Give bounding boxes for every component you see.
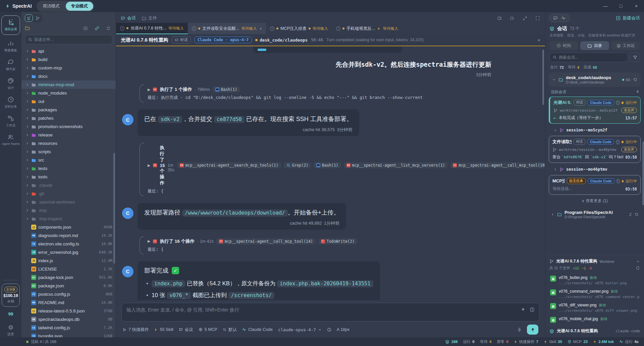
close-button[interactable]: × [629, 0, 644, 12]
tree-folder-row[interactable]: build [21, 55, 116, 64]
chat-tab-4[interactable]: !手机端视觉反...等待输入 [332, 23, 402, 34]
tab-files[interactable]: 文件 [142, 15, 157, 21]
tree-file-row[interactable]: {}components.json494B [21, 223, 116, 231]
tree-file-row[interactable]: IMerror_screenshot.jpg648.1K [21, 248, 116, 256]
tab-session[interactable]: 会话 [121, 15, 136, 21]
plan-card[interactable]: 企业版 $100.19 余额 [2, 284, 20, 307]
layout-dropdown-icon[interactable] [508, 14, 516, 22]
engine-chip[interactable]: Claude Code · opus-4-7 [194, 37, 252, 43]
tree-folder-row[interactable]: tools [21, 173, 116, 181]
tree-folder-row[interactable]: release [21, 131, 116, 139]
tree-folder-row[interactable]: promotion-screenshots [21, 122, 116, 131]
tree-folder-row[interactable]: tests [21, 164, 116, 173]
project-group-2[interactable]: Program Files/SpectrAID:\Program Files\S… [549, 207, 641, 222]
toolbar-sort[interactable]: 默认 [223, 327, 237, 333]
branch-view-icon[interactable] [34, 14, 42, 22]
rail-item-tree[interactable]: 项目会话 [1, 15, 20, 35]
collapse-chevron-icon[interactable] [636, 260, 640, 264]
tree-folder-row[interactable]: minimax-mcp-mod [21, 80, 116, 89]
tree-file-row[interactable]: NJpackage-lock.json931.0K [21, 273, 116, 282]
sparkle-icon[interactable] [521, 307, 526, 312]
activity-icon[interactable] [561, 16, 566, 20]
tree-file-row[interactable]: TCtsconfig.json126B [21, 332, 116, 337]
message-input[interactable] [126, 307, 517, 312]
maximize-button[interactable]: □ [613, 0, 629, 12]
tree-folder-row[interactable]: .tmp [21, 206, 116, 215]
chat-tab-1[interactable]: !光谱AI 0.7.6 特性...等待输入 [116, 23, 188, 34]
worktree-file-item[interactable]: ▣v076_mobile_chat.jpg新增 [549, 314, 640, 325]
toolbar-bolt[interactable]: 55 Skill [154, 327, 173, 332]
file-tree-scrollbar[interactable] [113, 153, 115, 264]
tree-file-row[interactable]: JSindex.js12.4M [21, 256, 116, 265]
tool-chip[interactable]: mcp__spectrai-agent__search_mcp_tools(1) [177, 162, 281, 168]
rail-item-chart[interactable]: 数据看板 [1, 37, 20, 56]
settings-button[interactable]: ⚙ 设置 [7, 324, 14, 337]
tree-folder-row[interactable]: .spectrai-worktrees [21, 198, 116, 206]
session-branch-item[interactable]: session--mo5cyn2f [549, 126, 641, 136]
tool-summary-row[interactable]: ▶执行了 16 个操作· 1m 42smcp__spectrai-agent__… [148, 238, 357, 244]
mode-button-simple[interactable]: 简洁模式 [38, 2, 65, 11]
tree-folder-row[interactable]: docs [21, 72, 116, 80]
worktree-file-item[interactable]: ▣v076_butler.png新增.../screenshots/ v076_… [549, 273, 640, 287]
minimize-button[interactable]: — [598, 0, 613, 12]
tool-chip[interactable]: mcp__spectrai-agent__call_mcp_tool(10) [450, 162, 545, 168]
history-icon[interactable] [633, 77, 637, 82]
rail-item-flow[interactable]: 工作流 [1, 112, 20, 131]
tool-chip[interactable]: Bash(1) [213, 86, 240, 93]
caret-icon[interactable]: ▶ [148, 163, 150, 168]
tree-file-row[interactable]: {}release-latest-0.5.9.json376B [21, 307, 116, 315]
tree-file-row[interactable]: LILICENSE1.1K [21, 265, 116, 273]
open-folder-icon[interactable] [25, 26, 30, 31]
view-tab-clock[interactable]: 时间 [549, 41, 578, 50]
rail-item-people[interactable]: Agent Teams [1, 131, 20, 149]
tree-file-row[interactable]: CStailwind.config.js7.2K [21, 324, 116, 332]
caret-icon[interactable]: ▶ [148, 88, 150, 92]
mode-chip[interactable]: 对话 [172, 37, 191, 44]
tree-file-row[interactable]: MDdiagnostic-report.md19.1K [21, 231, 116, 240]
session-card-2[interactable]: 文件读取安...对话Claude Code!运行中worktree/sessio… [549, 136, 641, 163]
tree-folder-row[interactable]: api [21, 47, 116, 55]
tool-chip[interactable]: mcp__spectrai-agent__call_mcp_tool(14) [216, 238, 316, 244]
tool-summary-row[interactable]: ▶执行了 15 个操作· 1m 35smcp__spectrai-agent__… [148, 145, 538, 186]
caret-icon[interactable]: ▶ [148, 239, 150, 243]
tree-file-row[interactable]: NJpackage.json8.0K [21, 282, 116, 290]
session-search-input[interactable] [559, 55, 625, 60]
tree-file-row[interactable]: MDREADME.md24.8K [21, 298, 116, 307]
rail-item-clock[interactable]: 定时任务 [1, 93, 20, 112]
refresh-icon[interactable] [636, 266, 640, 270]
tree-file-row[interactable]: TSelectron.vite.config.ts10.0K [21, 240, 116, 248]
expand-icon[interactable] [521, 14, 529, 22]
filter-button[interactable] [630, 53, 640, 62]
rail-item-chat[interactable]: 聊天室 [1, 56, 20, 74]
session-card-3[interactable]: MCP注...自主任务Claude Code!运行中等待活动...03:58 [549, 175, 641, 195]
toolbar-meet[interactable]: 会议 [179, 327, 193, 333]
send-button[interactable] [527, 325, 538, 335]
link-icon[interactable] [93, 24, 101, 32]
tree-folder-row[interactable]: custom-mcp [21, 64, 116, 72]
tree-folder-row[interactable]: out [21, 97, 116, 106]
session-branch-item[interactable]: session--mo46ptmv [549, 166, 641, 175]
chat-tab-2[interactable]: !文件读取安全提醒...等待输入× [188, 23, 266, 34]
tree-folder-row[interactable]: patches [21, 114, 116, 122]
project-group-header[interactable]: desk_code/claudeopsD:\desk_code\claudeop… [549, 72, 641, 87]
info-icon[interactable] [327, 328, 331, 332]
tree-file-row[interactable]: CSpostcss.config.js86B [21, 290, 116, 298]
model-selector[interactable]: claude-opus-4-7 [278, 327, 322, 332]
tree-folder-row[interactable]: resources [21, 139, 116, 148]
worktree-file-item[interactable]: ▣v076_diff_viewer.png新增.../screenshots/ … [549, 301, 640, 314]
close-chat-icon[interactable]: × [537, 37, 540, 43]
font-size-control[interactable]: A 18px [337, 327, 350, 332]
tree-file-row[interactable]: DBspectraiclaudeops.db0B [21, 315, 116, 324]
toolbar-play[interactable]: 7 快捷操作 [123, 327, 149, 333]
session-scrollbar[interactable] [642, 141, 644, 205]
tree-folder-row[interactable]: .claude [21, 181, 116, 189]
tree-folder-row[interactable]: scripts [21, 148, 116, 156]
session-card-1[interactable]: 光谱AI 0.7....对话Claude Code!运行中worktree/se… [549, 97, 641, 124]
mic-button[interactable] [517, 327, 522, 332]
refresh-icon[interactable] [104, 24, 112, 32]
new-session-button[interactable]: 新建会话 [616, 15, 640, 21]
engine-selector[interactable]: Claude Code [242, 327, 273, 332]
file-filter-input[interactable] [34, 37, 109, 42]
tool-chip[interactable]: mcp__spectrai-agent__list_mcp_servers(1) [344, 162, 448, 168]
show-more-link[interactable]: ∨ 查看更多 (1) [549, 197, 641, 207]
